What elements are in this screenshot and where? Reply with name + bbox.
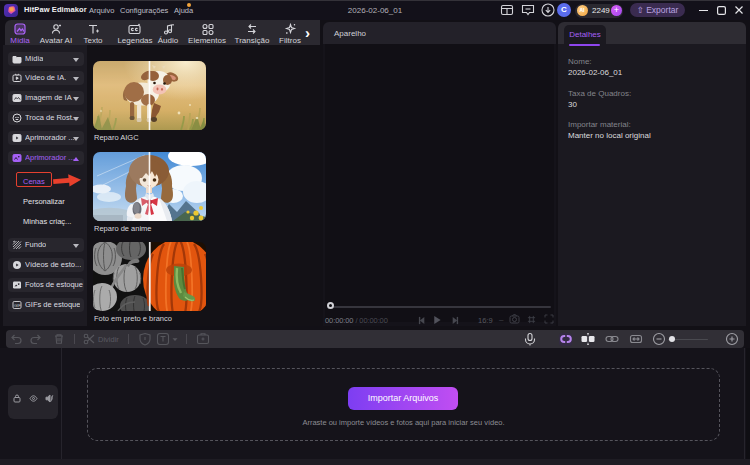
svg-text:GIF: GIF: [14, 303, 21, 308]
